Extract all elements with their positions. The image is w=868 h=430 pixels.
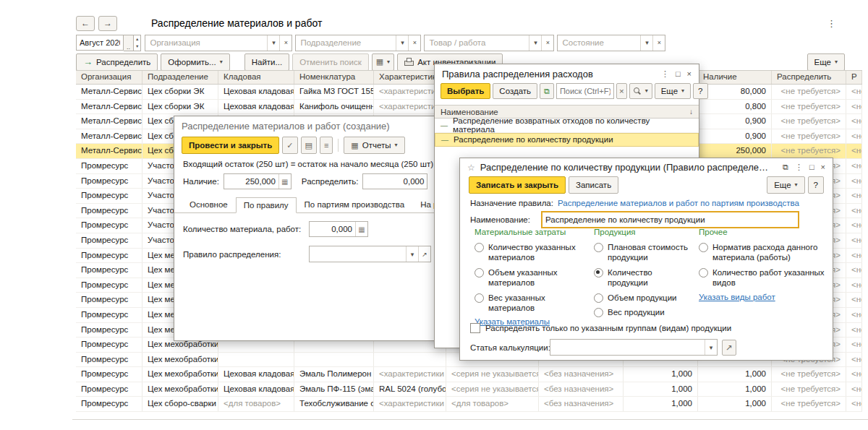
rules-list-item[interactable]: —Распределение по количеству продукции (435, 133, 699, 147)
search-input[interactable] (556, 83, 614, 99)
radio-option[interactable]: Объем указанных материалов (475, 267, 587, 288)
copy-button[interactable]: ⧉ (540, 83, 554, 99)
tab-po-partiyam[interactable]: По партиям производства (297, 197, 413, 212)
column-header[interactable]: Номенклатура (294, 71, 374, 84)
checkbox-icon[interactable] (470, 323, 480, 333)
dropdown-icon[interactable]: ▾ (267, 35, 279, 51)
help-button[interactable]: ? (808, 176, 824, 194)
find-button[interactable]: Найти... (244, 53, 289, 71)
clear-icon[interactable]: × (652, 35, 665, 51)
name-input[interactable] (541, 211, 799, 228)
radio-option[interactable]: Количество работ указанных видов (699, 267, 829, 288)
filter-combo-3[interactable]: Товар / работа▾× (424, 35, 554, 51)
dropdown-icon[interactable]: ▾ (396, 35, 408, 51)
radio-option[interactable]: Вес продукции (594, 307, 694, 317)
group-checkbox-row[interactable]: Распределять только по указанным группам… (470, 323, 731, 333)
radio-icon[interactable] (475, 243, 484, 252)
calc-item-combo[interactable]: ▾ (550, 339, 718, 356)
more-button[interactable]: Еще ▾ (767, 176, 804, 194)
column-header[interactable]: Наличие (698, 71, 772, 84)
post-icon-button[interactable]: ✓ (282, 137, 297, 154)
more-button[interactable]: Еще ▾ (655, 83, 691, 99)
save-and-close-button[interactable]: Записать и закрыть (469, 176, 566, 194)
save-button[interactable]: Записать (569, 176, 618, 194)
radio-option[interactable]: Количество продукции (594, 267, 694, 288)
rule-combo[interactable]: ▾ ↗ (309, 246, 431, 262)
cancel-search-button[interactable]: Отменить поиск (292, 53, 369, 71)
maximize-icon[interactable]: □ (809, 163, 814, 172)
more-button[interactable]: Еще ▾ (807, 53, 845, 71)
help-button[interactable]: ? (693, 83, 707, 99)
close-icon[interactable]: × (821, 163, 825, 172)
purpose-value-link[interactable]: Распределение материалов и работ по парт… (558, 199, 799, 207)
compose-button[interactable]: Оформить... ▾ (161, 53, 229, 71)
tab-osnovnoe[interactable]: Основное (182, 197, 236, 212)
dropdown-icon[interactable]: ▾ (640, 35, 652, 51)
table-row[interactable]: ПромресурсЦех мехобработкиЦеховая кладов… (76, 382, 862, 397)
distribute-input[interactable]: 0,000 (362, 173, 427, 189)
radio-icon[interactable] (594, 308, 603, 317)
journal-icon-button[interactable]: ▤ (301, 137, 317, 154)
kebab-icon[interactable]: ⋮ (827, 18, 836, 29)
create-button[interactable]: Создать (493, 83, 537, 99)
radio-icon[interactable] (699, 268, 708, 278)
table-row[interactable]: ПромресурсЦех сборо-сварки<для товаров>Т… (76, 397, 862, 412)
radio-icon[interactable] (475, 268, 484, 278)
calculator-icon[interactable]: ▦ (278, 174, 291, 189)
radio-icon[interactable] (594, 293, 603, 303)
column-header[interactable]: Кладовая (218, 71, 294, 84)
spin-up-icon[interactable]: ▲ (134, 35, 140, 43)
open-button[interactable]: ↗ (722, 340, 736, 356)
radio-option[interactable]: Количество указанных материалов (475, 242, 587, 263)
tab-po-pravilu[interactable]: По правилу (236, 197, 297, 213)
rules-list-item[interactable]: —Распределение возвратных отходов по кол… (435, 119, 699, 133)
forward-button[interactable]: → (98, 16, 117, 31)
clear-icon[interactable]: × (408, 35, 420, 51)
maximize-icon[interactable]: □ (676, 69, 681, 79)
dropdown-icon[interactable]: ▾ (406, 246, 418, 262)
filter-combo-1[interactable]: Организация▾× (145, 35, 292, 51)
group-link[interactable]: Указать виды работ (699, 293, 829, 301)
radio-option[interactable]: Вес указанных материалов (475, 293, 587, 314)
column-header[interactable]: Р (846, 71, 862, 84)
period-picker-button[interactable]: .. (124, 35, 134, 51)
table-row[interactable]: ПромресурсЦех мехобработкиЦеховая кладов… (76, 367, 862, 382)
clear-icon[interactable]: × (541, 35, 553, 51)
structure-icon-button[interactable]: ≡ (320, 137, 333, 154)
clear-search-button[interactable]: × (616, 83, 627, 99)
period-spinner[interactable]: ▲ ▼ (134, 35, 141, 51)
radio-option[interactable]: Плановая стоимость продукции (594, 242, 694, 263)
reports-button[interactable]: ▦ Отчеты ▾ (344, 137, 404, 154)
select-button[interactable]: Выбрать (441, 83, 490, 99)
radio-option[interactable]: Объем продукции (594, 293, 694, 303)
table-menu-button[interactable]: ▦ ▾ (372, 53, 394, 71)
search-menu-button[interactable]: ▾ (629, 83, 652, 99)
material-qty-input[interactable]: 0,000 ▦ (309, 221, 368, 237)
radio-option[interactable]: Норматив расхода данного материала (рабо… (699, 242, 829, 263)
close-icon[interactable]: × (687, 69, 692, 79)
column-header[interactable]: Организация (76, 71, 142, 84)
kebab-icon[interactable]: ⋮ (795, 163, 803, 172)
link-icon[interactable]: ⧉ (783, 163, 788, 172)
radio-icon[interactable] (699, 243, 708, 252)
calculator-icon[interactable]: ▦ (355, 222, 367, 236)
column-header[interactable]: Подразделение (142, 71, 218, 84)
post-and-close-button[interactable]: Провести и закрыть (182, 137, 279, 154)
filter-combo-4[interactable]: Состояние▾× (557, 35, 665, 51)
dropdown-icon[interactable]: ▾ (529, 35, 541, 51)
column-header[interactable]: Распределить (772, 71, 846, 84)
filter-combo-2[interactable]: Подразделение▾× (295, 35, 421, 51)
distribute-button[interactable]: → Распределить (76, 53, 158, 71)
star-icon[interactable]: ☆ (467, 163, 475, 173)
availability-input[interactable]: 250,000 ▦ (224, 173, 292, 189)
radio-icon[interactable] (594, 243, 603, 252)
kebab-icon[interactable]: ⋮ (661, 69, 669, 79)
spin-down-icon[interactable]: ▼ (134, 43, 140, 50)
clear-icon[interactable]: × (279, 35, 292, 51)
dropdown-icon[interactable]: ▾ (705, 340, 717, 355)
back-button[interactable]: ← (76, 16, 95, 31)
radio-icon[interactable] (594, 268, 603, 278)
period-input[interactable] (76, 35, 124, 51)
radio-icon[interactable] (475, 293, 484, 303)
open-icon[interactable]: ↗ (418, 246, 430, 262)
